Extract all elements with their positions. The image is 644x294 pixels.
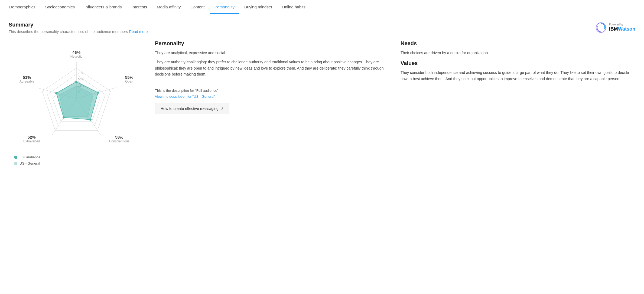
legend-full-audience: Full audience bbox=[14, 155, 144, 159]
read-more-link[interactable]: Read more bbox=[129, 30, 148, 34]
open-label: 55% Open bbox=[125, 75, 133, 83]
neurotic-label: 46% Neurotic bbox=[70, 50, 83, 58]
nav-item-socioeconomics[interactable]: Socioeconomics bbox=[40, 0, 80, 14]
summary-section: Summary This describes the personality c… bbox=[9, 22, 635, 34]
summary-description: This describes the personality character… bbox=[9, 30, 635, 34]
personality-column: Personality They are analytical, express… bbox=[155, 40, 390, 114]
legend-label-us: US - General bbox=[19, 161, 40, 165]
ibm-watson-logo: Powered by IBMWatson bbox=[595, 22, 635, 34]
ibm-watson-brand: IBMWatson bbox=[609, 26, 635, 32]
nav-item-influencers[interactable]: Influencers & brands bbox=[80, 0, 127, 14]
navigation-bar: Demographics Socioeconomics Influencers … bbox=[0, 0, 644, 14]
messaging-button[interactable]: How to create effective messaging ↗ bbox=[155, 103, 229, 114]
nav-item-content[interactable]: Content bbox=[186, 0, 210, 14]
needs-heading: Needs bbox=[401, 40, 635, 47]
audience-link[interactable]: View the description for "US - General". bbox=[155, 94, 216, 99]
nav-item-demographics[interactable]: Demographics bbox=[4, 0, 40, 14]
section-divider bbox=[155, 83, 390, 83]
right-section: Personality They are analytical, express… bbox=[144, 40, 635, 114]
svg-point-24 bbox=[63, 116, 65, 119]
svg-text:50%: 50% bbox=[78, 78, 84, 81]
personality-heading: Personality bbox=[155, 40, 390, 47]
external-link-icon: ↗ bbox=[221, 106, 224, 110]
svg-point-21 bbox=[75, 81, 77, 83]
radar-section: 75% 50% 25% 0 bbox=[9, 40, 144, 173]
ibm-watson-text: Powered by IBMWatson bbox=[609, 23, 635, 32]
needs-text: Their choices are driven by a desire for… bbox=[401, 50, 635, 56]
values-text: They consider both independence and achi… bbox=[401, 70, 635, 82]
legend-dot-us bbox=[14, 162, 17, 165]
agreeable-label: 51% Agreeable bbox=[19, 75, 34, 83]
legend-dot-full bbox=[14, 156, 17, 159]
nav-item-buying-mindset[interactable]: Buying mindset bbox=[239, 0, 277, 14]
svg-text:75%: 75% bbox=[78, 71, 84, 75]
nav-item-interests[interactable]: Interests bbox=[127, 0, 152, 14]
personality-text-2: They are authority-challenging: they pre… bbox=[155, 59, 390, 77]
main-content: Powered by IBMWatson Summary This descri… bbox=[0, 14, 644, 181]
needs-values-column: Needs Their choices are driven by a desi… bbox=[401, 40, 635, 114]
radar-chart: 75% 50% 25% 0 bbox=[19, 46, 133, 149]
personality-text-1: They are analytical, expressive and soci… bbox=[155, 50, 390, 56]
powered-by-label: Powered by bbox=[609, 23, 635, 26]
content-row: 75% 50% 25% 0 bbox=[9, 40, 635, 173]
nav-item-online-habits[interactable]: Online habits bbox=[277, 0, 310, 14]
svg-point-25 bbox=[55, 92, 57, 94]
svg-marker-20 bbox=[56, 82, 98, 120]
svg-point-22 bbox=[97, 92, 99, 94]
messaging-button-label: How to create effective messaging bbox=[161, 106, 219, 111]
extraverted-label: 52% Extraverted bbox=[23, 135, 40, 143]
values-heading: Values bbox=[401, 60, 635, 66]
legend-us-general: US - General bbox=[14, 161, 144, 165]
nav-item-media-affinity[interactable]: Media affinity bbox=[152, 0, 186, 14]
legend-label-full: Full audience bbox=[19, 155, 40, 159]
audience-note: This is the description for "Full audien… bbox=[155, 89, 390, 93]
svg-point-0 bbox=[596, 23, 606, 32]
chart-legend: Full audience US - General bbox=[9, 155, 144, 165]
summary-title: Summary bbox=[9, 22, 635, 28]
nav-item-personality[interactable]: Personality bbox=[210, 0, 239, 14]
svg-point-23 bbox=[89, 119, 92, 121]
conscientious-label: 58% Conscientious bbox=[109, 135, 129, 143]
